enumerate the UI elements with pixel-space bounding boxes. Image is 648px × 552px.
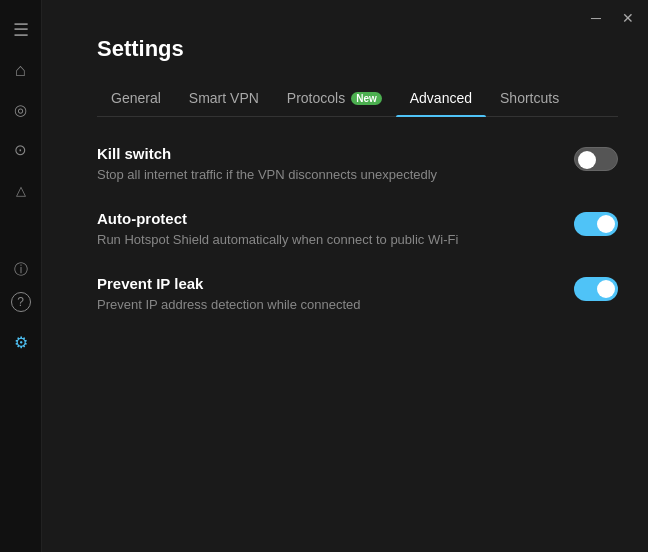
profile-icon[interactable]: ⊙ xyxy=(3,132,39,168)
tab-smart-vpn-label: Smart VPN xyxy=(189,90,259,106)
page-title: Settings xyxy=(97,36,618,62)
tab-protocols-label: Protocols xyxy=(287,90,345,106)
tab-advanced[interactable]: Advanced xyxy=(396,80,486,116)
prevent-ip-leak-desc: Prevent IP address detection while conne… xyxy=(97,297,558,312)
auto-protect-info: Auto-protect Run Hotspot Shield automati… xyxy=(97,210,558,247)
minimize-button[interactable]: ─ xyxy=(584,6,608,30)
tab-smart-vpn[interactable]: Smart VPN xyxy=(175,80,273,116)
prevent-ip-leak-row: Prevent IP leak Prevent IP address detec… xyxy=(97,275,618,312)
auto-protect-label: Auto-protect xyxy=(97,210,558,227)
kill-switch-desc: Stop all internet traffic if the VPN dis… xyxy=(97,167,558,182)
close-button[interactable]: ✕ xyxy=(616,6,640,30)
auto-protect-slider xyxy=(574,212,618,236)
sidebar: ☰ ⌂ ◎ ⊙ △ ⓘ ? ⚙ xyxy=(0,0,42,552)
speed-icon[interactable]: ◎ xyxy=(3,92,39,128)
tab-general[interactable]: General xyxy=(97,80,175,116)
settings-content: Kill switch Stop all internet traffic if… xyxy=(42,117,648,340)
info-icon[interactable]: ⓘ xyxy=(3,252,39,288)
auto-protect-toggle[interactable] xyxy=(574,212,618,236)
auto-protect-desc: Run Hotspot Shield automatically when co… xyxy=(97,232,558,247)
main-panel: ─ ✕ Settings General Smart VPN Protocols… xyxy=(42,0,648,552)
up-icon[interactable]: △ xyxy=(3,172,39,208)
kill-switch-slider xyxy=(574,147,618,171)
help-icon[interactable]: ? xyxy=(11,292,31,312)
titlebar: ─ ✕ xyxy=(42,0,648,36)
tab-advanced-label: Advanced xyxy=(410,90,472,106)
kill-switch-toggle[interactable] xyxy=(574,147,618,171)
auto-protect-row: Auto-protect Run Hotspot Shield automati… xyxy=(97,210,618,247)
tabs-bar: General Smart VPN Protocols New Advanced… xyxy=(97,80,618,117)
prevent-ip-leak-info: Prevent IP leak Prevent IP address detec… xyxy=(97,275,558,312)
home-icon[interactable]: ⌂ xyxy=(3,52,39,88)
new-badge: New xyxy=(351,92,382,105)
tab-shortcuts-label: Shortcuts xyxy=(500,90,559,106)
menu-icon[interactable]: ☰ xyxy=(3,12,39,48)
prevent-ip-leak-label: Prevent IP leak xyxy=(97,275,558,292)
tab-general-label: General xyxy=(111,90,161,106)
prevent-ip-leak-toggle[interactable] xyxy=(574,277,618,301)
settings-icon[interactable]: ⚙ xyxy=(3,324,39,360)
tab-protocols[interactable]: Protocols New xyxy=(273,80,396,116)
kill-switch-label: Kill switch xyxy=(97,145,558,162)
kill-switch-info: Kill switch Stop all internet traffic if… xyxy=(97,145,558,182)
kill-switch-row: Kill switch Stop all internet traffic if… xyxy=(97,145,618,182)
page-header: Settings General Smart VPN Protocols New… xyxy=(42,36,648,117)
prevent-ip-leak-slider xyxy=(574,277,618,301)
tab-shortcuts[interactable]: Shortcuts xyxy=(486,80,573,116)
